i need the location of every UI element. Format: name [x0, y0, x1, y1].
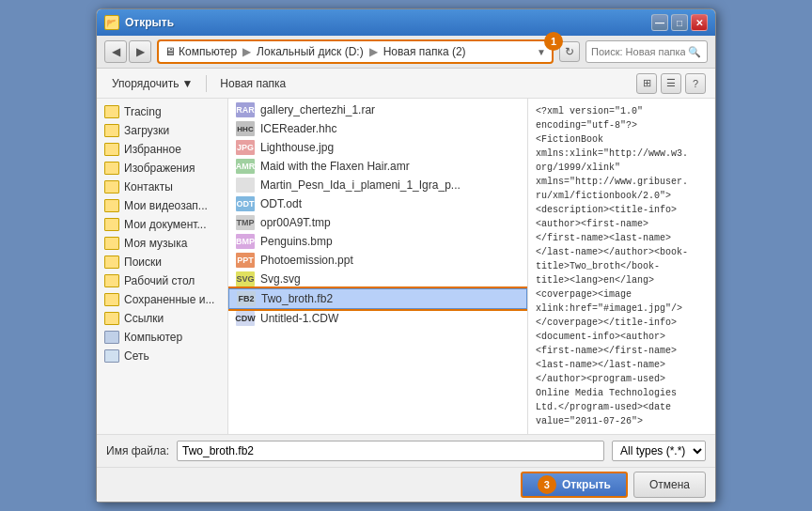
preview-line: xmlns="http://www.gribuser.	[536, 175, 708, 189]
view-details-button[interactable]: ☰	[661, 73, 681, 94]
folder-icon	[104, 199, 119, 212]
sidebar-item-computer[interactable]: Компьютер	[97, 328, 227, 347]
preview-line: <description><title-info>	[536, 203, 708, 217]
sidebar-item-label: Сеть	[124, 349, 149, 363]
file-item-tmp[interactable]: TMP opr00A9T.tmp	[228, 213, 527, 232]
file-icon-hhc: HHC	[236, 121, 255, 136]
minimize-button[interactable]: —	[651, 14, 668, 31]
preview-line: <author><first-name>	[536, 217, 708, 231]
file-item-bmp[interactable]: BMP Penguins.bmp	[228, 232, 527, 251]
back-button[interactable]: ◀	[104, 40, 127, 63]
file-name: Maid with the Flaxen Hair.amr	[260, 160, 410, 173]
file-icon-ppt: PPT	[236, 253, 255, 268]
preview-line: <?xml version="1.0"	[536, 104, 708, 118]
file-icon-generic	[236, 178, 255, 193]
address-bar[interactable]: 🖥 Компьютер ▶ Локальный диск (D:) ▶ Нова…	[157, 39, 554, 64]
folder-icon	[104, 218, 119, 231]
file-item-hhc[interactable]: HHC ICEReader.hhc	[228, 119, 527, 138]
sidebar-item-links[interactable]: Ссылки	[97, 309, 227, 328]
file-icon-svg: SVG	[236, 271, 255, 286]
address-dropdown[interactable]: ▼	[537, 47, 546, 57]
folder-icon	[104, 143, 119, 156]
help-button[interactable]: ?	[685, 73, 706, 94]
file-item-ppt[interactable]: PPT Photoemission.ppt	[228, 251, 527, 270]
sidebar-item-downloads[interactable]: Загрузки	[97, 121, 227, 140]
folder-icon	[104, 124, 119, 137]
close-button[interactable]: ✕	[691, 14, 708, 31]
view-icons-button[interactable]: ⊞	[636, 73, 657, 94]
title-bar-left: 📂 Открыть	[104, 15, 174, 30]
file-item-rar[interactable]: RAR gallery_chertezhi_1.rar	[228, 101, 527, 119]
title-bar: 📂 Открыть — □ ✕	[97, 9, 715, 36]
open-badge: 3	[538, 475, 556, 494]
sidebar-item-network[interactable]: Сеть	[97, 347, 227, 365]
file-name: Penguins.bmp	[260, 235, 333, 248]
file-list: RAR gallery_chertezhi_1.rar HHC ICEReade…	[228, 99, 527, 434]
search-icon: 🔍	[688, 46, 701, 58]
sidebar-item-music[interactable]: Моя музыка	[97, 234, 227, 253]
open-button[interactable]: 3 Открыть	[521, 472, 628, 498]
network-icon	[104, 349, 119, 363]
sidebar-item-desktop[interactable]: Рабочий стол	[97, 271, 227, 290]
preview-line: value="2011-07-26">	[536, 414, 708, 428]
preview-line: </last-name></author><book-	[536, 245, 708, 259]
forward-button[interactable]: ▶	[129, 40, 151, 63]
window-title: Открыть	[125, 16, 174, 29]
sort-button[interactable]: Упорядочить ▼	[106, 74, 198, 93]
sidebar-item-contacts[interactable]: Контакты	[97, 178, 227, 196]
file-name: ICEReader.hhc	[260, 122, 336, 135]
sidebar-item-label: Изображения	[124, 162, 195, 175]
filename-input[interactable]	[177, 441, 604, 461]
window-icon: 📂	[104, 15, 119, 30]
breadcrumb-folder[interactable]: Новая папка (2)	[383, 45, 466, 58]
file-item-jpg[interactable]: JPG Lighthouse.jpg	[228, 138, 527, 157]
file-item-svg[interactable]: SVG Svg.svg	[228, 270, 527, 288]
sidebar-item-favorites[interactable]: Избранное	[97, 140, 227, 159]
new-folder-button[interactable]: Новая папка	[214, 74, 291, 93]
file-item-mp3[interactable]: Martin_Pesn_Ida_i_plameni_1_Igra_p...	[228, 176, 527, 194]
sidebar-item-label: Мои документ...	[124, 218, 207, 231]
sidebar-item-label: Мои видеозап...	[124, 199, 208, 212]
preview-line: title>Two_broth</book-	[536, 259, 708, 273]
search-input[interactable]	[591, 46, 685, 57]
sidebar-item-videos[interactable]: Мои видеозап...	[97, 196, 227, 215]
file-icon-odt: ODT	[236, 196, 255, 211]
sidebar-item-searches[interactable]: Поиски	[97, 253, 227, 271]
footer-buttons: 3 Открыть Отмена	[97, 467, 715, 502]
file-item-fb2[interactable]: FB2 Two_broth.fb2	[228, 288, 527, 309]
file-name: opr00A9T.tmp	[260, 216, 331, 229]
search-box[interactable]: 🔍	[586, 40, 708, 63]
breadcrumb-computer[interactable]: 🖥 Компьютер	[164, 45, 237, 58]
computer-icon	[104, 331, 119, 344]
folder-icon	[104, 256, 119, 269]
folder-icon	[104, 274, 119, 287]
sidebar-item-tracing[interactable]: Tracing	[97, 102, 227, 121]
file-item-odt[interactable]: ODT ODT.odt	[228, 194, 527, 213]
file-icon-rar: RAR	[236, 102, 255, 117]
sidebar-item-images[interactable]: Изображения	[97, 159, 227, 178]
sidebar-item-documents[interactable]: Мои документ...	[97, 215, 227, 234]
nav-buttons: ◀ ▶	[104, 40, 151, 63]
nav-bar: ◀ ▶ 🖥 Компьютер ▶ Локальный диск (D:) ▶ …	[97, 36, 715, 69]
folder-icon	[104, 237, 119, 250]
file-name: gallery_chertezhi_1.rar	[260, 103, 375, 116]
sidebar-item-label: Сохраненные и...	[124, 293, 214, 306]
preview-content: <?xml version="1.0"encoding="utf-8"?><Fi…	[536, 104, 708, 428]
file-item-amr[interactable]: AMR Maid with the Flaxen Hair.amr	[228, 157, 527, 176]
sidebar-item-label: Рабочий стол	[124, 274, 195, 287]
preview-line: org/1999/xlink"	[536, 161, 708, 175]
file-icon-tmp: TMP	[236, 215, 255, 230]
preview-line: Ltd.</program-used><date	[536, 400, 708, 414]
file-item-cdw[interactable]: CDW Untitled-1.CDW	[228, 309, 527, 328]
breadcrumb-disk[interactable]: Локальный диск (D:)	[257, 45, 364, 58]
maximize-button[interactable]: □	[671, 14, 688, 31]
cancel-button[interactable]: Отмена	[633, 472, 706, 498]
breadcrumb-sep-2: ▶	[369, 45, 378, 58]
toolbar-right: ⊞ ☰ ?	[636, 73, 706, 94]
filetype-select[interactable]: All types (*.*)	[612, 441, 706, 461]
preview-line: ru/xml/fictionbook/2.0">	[536, 189, 708, 203]
sidebar-item-saved[interactable]: Сохраненные и...	[97, 290, 227, 309]
folder-icon	[104, 162, 119, 175]
file-icon-jpg: JPG	[236, 140, 255, 155]
address-badge: 1	[544, 32, 563, 51]
